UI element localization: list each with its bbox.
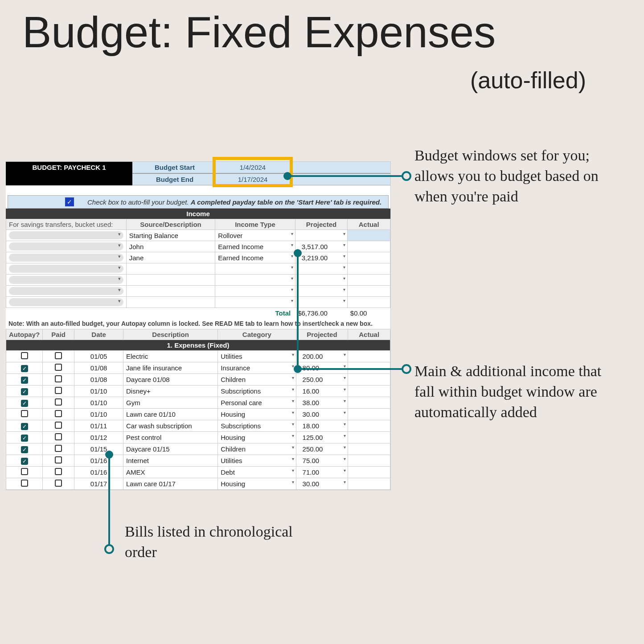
autopay-checkbox[interactable]: ✓ <box>21 388 28 395</box>
income-projected[interactable] <box>295 297 348 308</box>
income-projected[interactable]: 3,219.00 <box>295 252 348 263</box>
expense-description[interactable]: Internet <box>123 455 218 467</box>
expense-category-dropdown[interactable]: Children <box>218 443 296 455</box>
expense-category-dropdown[interactable]: Personal care <box>218 397 296 409</box>
expense-description[interactable]: Electric <box>123 351 218 362</box>
income-projected[interactable] <box>295 230 348 241</box>
autopay-checkbox[interactable] <box>21 352 28 359</box>
income-source[interactable]: Starting Balance <box>126 230 215 241</box>
expense-projected[interactable]: 30.00 <box>296 478 348 490</box>
bucket-dropdown[interactable] <box>6 230 127 241</box>
expense-description[interactable]: AMEX <box>123 467 218 478</box>
expense-date[interactable]: 01/08 <box>74 374 123 386</box>
bucket-dropdown[interactable] <box>6 275 127 286</box>
autopay-checkbox[interactable]: ✓ <box>21 377 28 384</box>
autopay-checkbox[interactable] <box>21 480 28 487</box>
income-type-dropdown[interactable] <box>215 275 295 286</box>
expense-description[interactable]: Lawn care 01/17 <box>123 478 218 490</box>
paid-checkbox[interactable] <box>55 480 62 487</box>
income-projected[interactable] <box>295 286 348 297</box>
income-actual[interactable] <box>348 263 390 275</box>
autopay-checkbox[interactable] <box>21 468 28 475</box>
autopay-checkbox[interactable]: ✓ <box>21 400 28 407</box>
income-source[interactable] <box>126 275 215 286</box>
expense-actual[interactable] <box>348 351 390 362</box>
expense-actual[interactable] <box>348 409 390 420</box>
income-source[interactable] <box>126 297 215 308</box>
expense-category-dropdown[interactable]: Housing <box>218 409 296 420</box>
income-type-dropdown[interactable]: Earned Income <box>215 241 295 252</box>
autopay-checkbox[interactable]: ✓ <box>21 365 28 372</box>
income-source[interactable]: Jane <box>126 252 215 263</box>
income-actual[interactable] <box>348 286 390 297</box>
paid-checkbox[interactable] <box>55 422 62 429</box>
expense-actual[interactable] <box>348 467 390 478</box>
autopay-checkbox[interactable] <box>21 410 28 417</box>
expense-projected[interactable]: 30.00 <box>296 409 348 420</box>
expense-date[interactable]: 01/15 <box>74 443 123 455</box>
paid-checkbox[interactable] <box>55 352 62 359</box>
income-projected[interactable] <box>295 263 348 275</box>
expense-projected[interactable]: 250.00 <box>296 443 348 455</box>
expense-actual[interactable] <box>348 420 390 432</box>
expense-description[interactable]: Daycare 01/08 <box>123 374 218 386</box>
expense-projected[interactable]: 75.00 <box>296 455 348 467</box>
expense-date[interactable]: 01/10 <box>74 409 123 420</box>
paid-checkbox[interactable] <box>55 468 62 475</box>
income-actual[interactable] <box>348 230 390 241</box>
paid-checkbox[interactable] <box>55 375 62 382</box>
income-actual[interactable] <box>348 252 390 263</box>
expense-projected[interactable]: 71.00 <box>296 467 348 478</box>
expense-date[interactable]: 01/16 <box>74 455 123 467</box>
income-source[interactable] <box>126 286 215 297</box>
expense-description[interactable]: Disney+ <box>123 386 218 397</box>
expense-actual[interactable] <box>348 397 390 409</box>
expense-category-dropdown[interactable]: Subscriptions <box>218 386 296 397</box>
expense-description[interactable]: Pest control <box>123 432 218 443</box>
expense-projected[interactable]: 250.00 <box>296 374 348 386</box>
paid-checkbox[interactable] <box>55 433 62 440</box>
expense-category-dropdown[interactable]: Utilities <box>218 351 296 362</box>
paid-checkbox[interactable] <box>55 398 62 406</box>
expense-projected[interactable]: 125.00 <box>296 432 348 443</box>
bucket-dropdown[interactable] <box>6 241 127 252</box>
expense-projected[interactable]: 200.00 <box>296 351 348 362</box>
expense-projected[interactable]: 18.00 <box>296 420 348 432</box>
expense-category-dropdown[interactable]: Subscriptions <box>218 420 296 432</box>
bucket-dropdown[interactable] <box>6 263 127 275</box>
bucket-dropdown[interactable] <box>6 252 127 263</box>
expense-category-dropdown[interactable]: Children <box>218 374 296 386</box>
autofill-checkbox[interactable]: ✓ <box>65 197 74 206</box>
paid-checkbox[interactable] <box>55 387 62 394</box>
paid-checkbox[interactable] <box>55 445 62 452</box>
income-actual[interactable] <box>348 297 390 308</box>
expense-description[interactable]: Car wash subscription <box>123 420 218 432</box>
expense-category-dropdown[interactable]: Housing <box>218 432 296 443</box>
paid-checkbox[interactable] <box>55 456 62 464</box>
paid-checkbox[interactable] <box>55 410 62 417</box>
expense-date[interactable]: 01/11 <box>74 420 123 432</box>
expense-category-dropdown[interactable]: Housing <box>218 478 296 490</box>
income-type-dropdown[interactable]: Rollover <box>215 230 295 241</box>
expense-date[interactable]: 01/16 <box>74 467 123 478</box>
income-type-dropdown[interactable] <box>215 286 295 297</box>
income-actual[interactable] <box>348 241 390 252</box>
income-projected[interactable] <box>295 275 348 286</box>
bucket-dropdown[interactable] <box>6 297 127 308</box>
paid-checkbox[interactable] <box>55 364 62 371</box>
expense-category-dropdown[interactable]: Utilities <box>218 455 296 467</box>
autopay-checkbox[interactable]: ✓ <box>21 423 28 430</box>
autopay-checkbox[interactable]: ✓ <box>21 446 28 453</box>
income-type-dropdown[interactable] <box>215 263 295 275</box>
bucket-dropdown[interactable] <box>6 286 127 297</box>
expense-date[interactable]: 01/17 <box>74 478 123 490</box>
income-actual[interactable] <box>348 275 390 286</box>
expense-projected[interactable]: 16.00 <box>296 386 348 397</box>
expense-actual[interactable] <box>348 455 390 467</box>
expense-description[interactable]: Gym <box>123 397 218 409</box>
expense-category-dropdown[interactable]: Insurance <box>218 362 296 374</box>
expense-actual[interactable] <box>348 386 390 397</box>
expense-description[interactable]: Lawn care 01/10 <box>123 409 218 420</box>
expense-actual[interactable] <box>348 432 390 443</box>
expense-date[interactable]: 01/10 <box>74 397 123 409</box>
